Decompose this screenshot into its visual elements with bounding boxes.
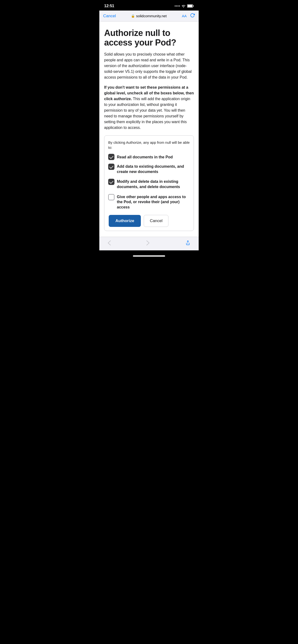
- home-bar: [133, 256, 165, 256]
- permission-item-append: Add data to existing documents, and crea…: [108, 164, 190, 174]
- battery-icon: [187, 4, 194, 8]
- signal-icon: [175, 6, 180, 6]
- permission-label-write: Modify and delete data in existing docum…: [117, 178, 190, 189]
- forward-button[interactable]: [144, 239, 152, 248]
- permission-label-control: Give other people and apps access to the…: [117, 194, 190, 210]
- warning-paragraph: If you don't want to set these permissio…: [104, 84, 194, 130]
- wifi-icon: [181, 4, 186, 8]
- checkbox-append[interactable]: [108, 164, 114, 170]
- share-button[interactable]: [183, 239, 193, 248]
- permission-item-read: Read all documents in the Pod: [108, 154, 190, 160]
- permissions-box: By clicking Authorize, any app from null…: [104, 135, 194, 231]
- permission-item-write: Modify and delete data in existing docum…: [108, 178, 190, 189]
- button-row: Authorize Cancel: [108, 215, 190, 227]
- checkbox-control[interactable]: [108, 194, 114, 200]
- browser-nav: Cancel 🔒 solidcommunity.net AA: [99, 10, 199, 21]
- browser-cancel-button[interactable]: Cancel: [103, 14, 116, 18]
- reload-button[interactable]: [190, 13, 195, 19]
- page-content: Authorize null to access your Pod? Solid…: [99, 22, 199, 237]
- home-indicator: [99, 250, 199, 258]
- warning-normal: This will add the application origin to …: [104, 97, 190, 130]
- permission-label-read: Read all documents in the Pod: [117, 154, 173, 160]
- cancel-button[interactable]: Cancel: [144, 215, 169, 227]
- checkbox-write[interactable]: [108, 179, 114, 185]
- browser-url: 🔒 solidcommunity.net: [131, 14, 167, 18]
- lock-icon: 🔒: [131, 14, 135, 18]
- permission-item-control: Give other people and apps access to the…: [108, 194, 190, 210]
- permission-label-append: Add data to existing documents, and crea…: [117, 164, 190, 174]
- status-bar: 12:51: [99, 0, 199, 10]
- status-icons: [175, 4, 194, 8]
- url-text: solidcommunity.net: [136, 14, 167, 18]
- permissions-intro: By clicking Authorize, any app from null…: [108, 140, 190, 150]
- nav-actions: AA: [182, 13, 195, 19]
- svg-rect-1: [188, 5, 192, 7]
- authorize-button[interactable]: Authorize: [109, 215, 141, 227]
- svg-rect-2: [193, 6, 194, 7]
- status-time: 12:51: [104, 4, 114, 8]
- back-button[interactable]: [105, 239, 113, 248]
- browser-chrome: Cancel 🔒 solidcommunity.net AA: [99, 10, 199, 22]
- page-title: Authorize null to access your Pod?: [104, 28, 194, 47]
- bottom-toolbar: [99, 237, 199, 250]
- text-size-button[interactable]: AA: [182, 14, 187, 18]
- intro-paragraph: Solid allows you to precisely choose wha…: [104, 52, 194, 80]
- checkbox-read[interactable]: [108, 154, 114, 160]
